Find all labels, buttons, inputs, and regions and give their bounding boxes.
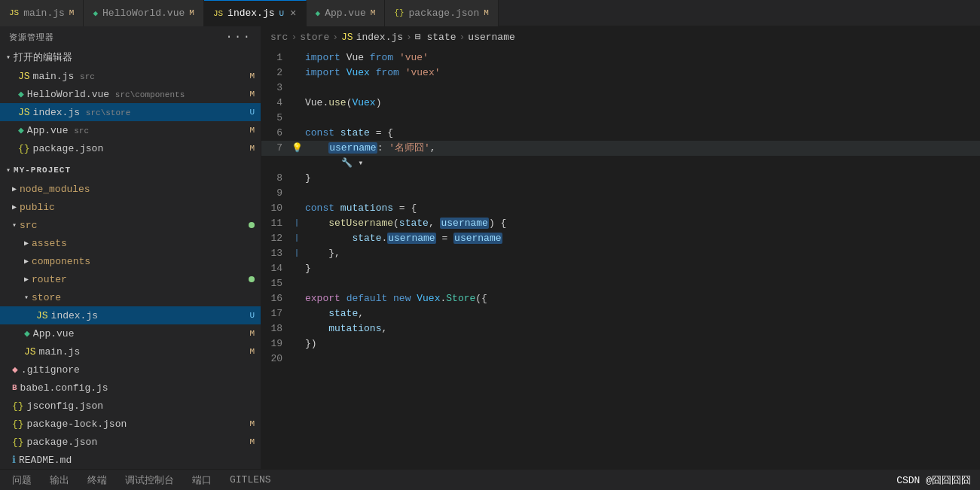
file-package-json[interactable]: {} package.json M xyxy=(0,433,261,451)
line-num-13: 13 xyxy=(261,246,292,261)
line-content-4: Vue.use(Vuex) xyxy=(302,96,980,111)
tab-main-js[interactable]: JS main.js M xyxy=(0,0,84,26)
sidebar-more-button[interactable]: ··· xyxy=(225,30,252,44)
file-tree: ▶ node_modules ▶ public ▾ src ▶ ass xyxy=(0,180,261,469)
line-num-16: 16 xyxy=(261,291,292,306)
vue-icon-3: ◆ xyxy=(24,327,30,339)
crumb-state: ⊟ state xyxy=(415,31,456,43)
file-package-json-name: package.json xyxy=(27,437,250,448)
open-editor-package-json-name: package.json xyxy=(33,143,250,154)
tab-index-js-close[interactable]: × xyxy=(290,8,296,20)
bottom-tab-ports[interactable]: 端口 xyxy=(189,472,215,488)
tab-helloworld-vue[interactable]: ◆ HelloWorld.vue M xyxy=(84,0,203,26)
bottom-tab-problems[interactable]: 问题 xyxy=(9,472,35,488)
dir-components-label: components xyxy=(32,256,261,267)
line-content-8: } xyxy=(302,171,980,186)
vue-icon: ◆ xyxy=(93,8,98,18)
line-content-13: }, xyxy=(302,246,980,261)
crumb-js-label: JS xyxy=(341,32,353,43)
dir-components[interactable]: ▶ components xyxy=(0,252,261,270)
dir-router[interactable]: ▶ router xyxy=(0,270,261,288)
file-gitignore-name: .gitignore xyxy=(21,364,261,376)
bottom-tab-debug[interactable]: 调试控制台 xyxy=(122,472,177,488)
code-line-6: 6 const state = { xyxy=(261,126,980,141)
code-line-11: 11 | setUsername(state, username) { xyxy=(261,216,980,231)
dir-public-label: public xyxy=(20,202,261,213)
file-readme[interactable]: ℹ README.md xyxy=(0,451,261,469)
file-app-vue[interactable]: ◆ App.vue M xyxy=(0,324,261,342)
open-editor-helloworld[interactable]: ◆ HelloWorld.vue src\components M xyxy=(0,85,261,103)
open-editor-app-vue[interactable]: ◆ App.vue src M xyxy=(0,121,261,139)
file-main-js-badge: M xyxy=(249,347,255,356)
tab-package-json-badge: M xyxy=(484,8,489,17)
file-main-js[interactable]: JS main.js M xyxy=(0,342,261,361)
editor-area: src › store › JS index.js › ⊟ state › us… xyxy=(261,26,980,469)
file-jsconfig-name: jsconfig.json xyxy=(27,400,261,412)
line-content-19: }) xyxy=(302,336,980,352)
lightbulb-icon[interactable]: 💡 xyxy=(292,141,302,156)
line-gutter-13: | xyxy=(292,246,302,261)
tab-helloworld-label: HelloWorld.vue xyxy=(102,8,185,19)
js-icon-active: JS xyxy=(213,9,223,18)
crumb-index-js: index.js xyxy=(356,32,403,43)
line-content-1: import Vue from 'vue' xyxy=(302,50,980,65)
tab-package-json[interactable]: {} package.json M xyxy=(385,0,498,26)
project-label: MY-PROJECT xyxy=(14,166,71,175)
code-line-15: 15 xyxy=(261,276,980,291)
file-package-lock[interactable]: {} package-lock.json M xyxy=(0,415,261,433)
dir-store[interactable]: ▾ store xyxy=(0,288,261,306)
line-content-11: setUsername(state, username) { xyxy=(302,216,980,231)
code-editor[interactable]: 1 import Vue from 'vue' 2 import Vuex fr… xyxy=(261,47,980,469)
code-line-12: 12 | state.username = username xyxy=(261,231,980,246)
dir-arrow-2: ▶ xyxy=(12,202,17,212)
file-babel-config[interactable]: B babel.config.js xyxy=(0,379,261,397)
dir-store-label: store xyxy=(32,292,261,303)
open-editor-index-js[interactable]: JS index.js src\store U xyxy=(0,103,261,121)
crumb-sep-1: › xyxy=(291,32,297,43)
sidebar-header: 资源管理器 ··· xyxy=(0,26,261,47)
open-editor-main-js[interactable]: JS main.js src M xyxy=(0,67,261,85)
dir-assets[interactable]: ▶ assets xyxy=(0,234,261,252)
dir-node-modules-label: node_modules xyxy=(20,184,261,195)
file-index-js-name: index.js xyxy=(51,310,250,321)
code-line-13: 13 | }, xyxy=(261,246,980,261)
bottom-tab-gitlens[interactable]: GITLENS xyxy=(227,473,274,487)
code-line-4: 4 Vue.use(Vuex) xyxy=(261,96,980,111)
file-main-js-name: main.js xyxy=(39,346,250,358)
open-editors-arrow: ▾ xyxy=(6,53,11,62)
crumb-sep-2: › xyxy=(332,32,338,43)
open-editor-helloworld-badge: M xyxy=(249,90,255,99)
file-app-vue-name: App.vue xyxy=(33,328,250,339)
code-line-19: 19 }) xyxy=(261,336,980,352)
line-content-14: } xyxy=(302,261,980,276)
file-gitignore[interactable]: ◆ .gitignore xyxy=(0,361,261,379)
project-section[interactable]: ▾ MY-PROJECT xyxy=(0,160,261,180)
bottom-tab-output[interactable]: 输出 xyxy=(47,472,72,488)
file-index-js[interactable]: JS index.js U xyxy=(0,306,261,324)
crumb-store: store xyxy=(300,32,329,43)
tab-app-vue[interactable]: ◆ App.vue M xyxy=(307,0,386,26)
code-line-5: 5 xyxy=(261,111,980,126)
dir-src-arrow: ▾ xyxy=(12,221,17,230)
tab-package-json-label: package.json xyxy=(409,8,480,19)
line-num-1: 1 xyxy=(261,50,292,65)
babel-icon: B xyxy=(12,383,17,392)
dir-node-modules[interactable]: ▶ node_modules xyxy=(0,180,261,198)
line-num-8: 8 xyxy=(261,171,292,186)
open-editors-section[interactable]: ▾ 打开的编辑器 xyxy=(0,47,261,67)
js-file-icon-2: JS xyxy=(18,107,30,118)
dir-public[interactable]: ▶ public xyxy=(0,198,261,216)
open-editor-app-vue-badge: M xyxy=(249,126,255,135)
dir-arrow-5: ▶ xyxy=(24,275,29,284)
line-content-10: const mutations = { xyxy=(302,201,980,216)
file-readme-name: README.md xyxy=(19,455,261,466)
file-jsconfig[interactable]: {} jsconfig.json xyxy=(0,397,261,415)
code-line-9: 9 xyxy=(261,186,980,201)
bottom-tab-terminal[interactable]: 终端 xyxy=(84,472,110,488)
tab-index-js[interactable]: JS index.js U × xyxy=(204,0,307,26)
open-editor-package-json[interactable]: {} package.json M xyxy=(0,139,261,157)
line-num-9: 9 xyxy=(261,186,292,201)
dir-src[interactable]: ▾ src xyxy=(0,216,261,234)
line-num-15: 15 xyxy=(261,276,292,291)
file-package-lock-name: package-lock.json xyxy=(27,418,250,430)
